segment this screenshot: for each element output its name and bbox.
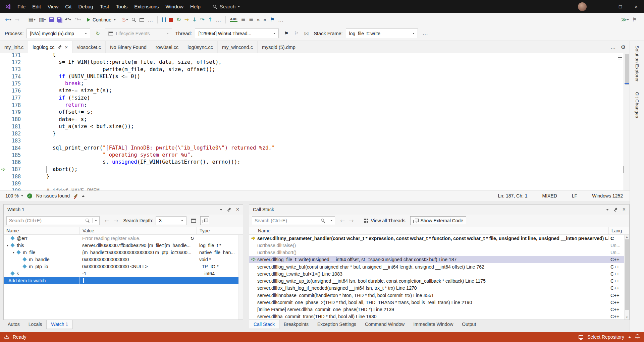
process-refresh-icon[interactable]: ↻ [93, 29, 102, 38]
chevron-down-icon[interactable] [34, 19, 36, 20]
new-file-icon[interactable]: ▤ [27, 15, 37, 24]
breakpoint-margin[interactable] [0, 87, 7, 94]
chevron-down-icon[interactable] [9, 19, 11, 20]
code-line[interactable]: 171 t [0, 53, 630, 59]
comment-icon[interactable]: ≡ [239, 15, 247, 24]
column-header-lang[interactable]: Lang [609, 227, 629, 234]
document-tab[interactable]: row0sel.cc × [151, 41, 183, 53]
view-all-threads-button[interactable]: View all Threads [362, 216, 408, 225]
more-text-icon[interactable]: … [277, 15, 285, 24]
breakpoint-margin[interactable] [0, 180, 7, 187]
breakpoint-margin[interactable] [0, 116, 7, 123]
minimize-button[interactable]: ─ [597, 0, 612, 13]
code-line[interactable]: 188} [0, 173, 630, 180]
pin-icon[interactable] [227, 208, 231, 212]
callstack-frame-row[interactable]: server.dll!log_file_t::write(unsigned __… [249, 256, 629, 263]
search-control[interactable]: Search [213, 4, 240, 9]
scrollbar-thumb[interactable] [625, 239, 629, 310]
watch-panel-header[interactable]: Watch 1 × [4, 205, 243, 215]
monitor-icon[interactable] [579, 335, 583, 339]
menu-item[interactable]: Window [162, 0, 187, 13]
watch-row[interactable]: @err Error reading register value. ↻ [4, 235, 243, 242]
frame-name[interactable]: server.dll!log_write_up_to(unsigned __in… [257, 278, 608, 284]
background-tasks-icon[interactable] [4, 334, 9, 340]
vertical-tab[interactable]: Git Changes [635, 92, 640, 118]
breakpoint-margin[interactable] [0, 59, 7, 66]
column-header-name[interactable]: Name [249, 227, 609, 234]
chevron-down-icon[interactable] [114, 19, 116, 20]
code-text[interactable]: pwrite(m_file, data, size, offset)); [46, 66, 624, 73]
callstack-frame-row[interactable]: server.dll!innobase_commit(handlerton * … [249, 292, 629, 299]
document-tab[interactable]: my_init.c × [0, 41, 28, 53]
more-options-icon[interactable]: … [421, 29, 430, 38]
menu-item[interactable]: Edit [29, 0, 44, 13]
watch-window-icon[interactable] [138, 15, 146, 24]
watch-value[interactable]: {m_handle=0x0000000000000000 m_ptp_io=0x… [82, 250, 191, 255]
code-text[interactable]: break; [46, 80, 624, 87]
document-tab[interactable]: my_wincond.c × [218, 41, 258, 53]
select-repository-button[interactable]: Select Repository [587, 334, 624, 340]
chevron-down-icon[interactable] [126, 19, 128, 20]
code-line[interactable]: 186 s, unsigned(IF_WIN(GetLastError(), e… [0, 159, 630, 166]
step-out-icon[interactable]: ↑ [207, 15, 214, 24]
panel-tab[interactable]: Call Stack [249, 320, 279, 329]
callstack-frame-row[interactable]: server.dll!ha_commit_trans(THD * thd, bo… [249, 313, 629, 320]
search-prev-icon[interactable]: ← [340, 217, 345, 224]
column-header-value[interactable]: Value [80, 227, 197, 234]
issues-status[interactable]: No issues found [36, 193, 70, 198]
callstack-frame-row[interactable]: [Inline Frame] server.dll!ha_commit_one_… [249, 306, 629, 313]
code-text[interactable]: } [46, 130, 624, 137]
menu-item[interactable]: View [44, 0, 62, 13]
save-icon[interactable] [48, 15, 55, 24]
frame-name[interactable]: ucrtbase.dll!abort() [257, 250, 608, 255]
watch-value[interactable]: Error reading register value. [82, 236, 141, 241]
code-text[interactable]: return; [46, 102, 624, 109]
frame-name[interactable]: server.dll!innobase_commit(handlerton * … [257, 293, 608, 298]
panel-tab[interactable]: Breakpoints [279, 320, 313, 329]
scroll-down-icon[interactable]: ▼ [626, 316, 628, 319]
scroll-up-icon[interactable]: ▲ [626, 235, 628, 238]
watch-scrollbar[interactable] [238, 235, 243, 320]
watch-row[interactable]: m_ptp_io 0x0000000000000000 <NULL> ↻ _TP… [4, 263, 243, 270]
uncomment-icon[interactable]: ≡ [248, 15, 255, 24]
code-text[interactable]: offset+= s; [46, 109, 624, 116]
indent-increase-icon[interactable]: » [262, 15, 268, 24]
code-editor[interactable]: 171 t172 s= IF_WIN(tpool::pwrite(m_file,… [0, 53, 630, 190]
frame-name[interactable]: server.dll!log_t::write_buf<1>() Line 10… [257, 271, 608, 277]
breakpoint-margin[interactable] [0, 95, 7, 102]
column-header-name[interactable]: Name [4, 227, 80, 234]
callstack-scrollbar[interactable]: ▲ ▼ [624, 235, 629, 320]
window-position-icon[interactable] [606, 209, 609, 211]
code-text[interactable]: data+= s; [46, 116, 624, 123]
watch-layout-icon[interactable] [189, 216, 198, 225]
callstack-frame-row[interactable]: server.dll!log_t::write_buf<1>() Line 10… [249, 270, 629, 277]
chevron-down-icon[interactable] [69, 19, 71, 20]
code-line[interactable]: 173 pwrite(m_file, data, size, offset)); [0, 66, 630, 73]
watch-row[interactable]: s -1 ↻ __int64 [4, 270, 243, 277]
watch-row[interactable]: m_handle 0x0000000000000000 ↻ void * [4, 256, 243, 263]
thread-dropdown[interactable]: [129964] Win64 Thread... [195, 28, 279, 38]
watch-value[interactable]: -1 [82, 271, 86, 276]
code-line[interactable]: 185 " operating system error %u", [0, 152, 630, 159]
search-next-icon[interactable]: → [113, 217, 118, 224]
flag-outline-icon[interactable]: ⚐ [292, 29, 301, 38]
close-button[interactable]: × [628, 0, 644, 13]
expander-icon[interactable]: ▾ [11, 250, 16, 254]
panel-tab[interactable]: Output [458, 320, 480, 329]
format-specifier-icon[interactable] [200, 216, 209, 225]
encoding[interactable]: Windows 1252 [592, 193, 623, 198]
breakpoint-margin[interactable] [0, 152, 7, 159]
breakpoint-margin[interactable] [0, 173, 7, 180]
watch-search-box[interactable] [6, 216, 100, 225]
code-text[interactable]: } [46, 173, 624, 180]
step-into-icon[interactable]: ↓ [191, 15, 198, 24]
chevron-down-icon[interactable] [627, 19, 629, 20]
breakpoint-margin[interactable] [0, 66, 7, 73]
code-text[interactable]: ut_a(size < buf.size()); [46, 123, 624, 130]
callstack-frame-row[interactable]: ucrtbase.dll!abort() Un... [249, 249, 629, 256]
breakpoint-margin[interactable] [0, 130, 7, 137]
zoom-dropdown[interactable]: 100 % [5, 193, 23, 198]
breakpoint-margin[interactable] [0, 123, 7, 130]
callstack-search-box[interactable] [252, 216, 335, 225]
breakpoint-margin[interactable] [0, 137, 7, 145]
